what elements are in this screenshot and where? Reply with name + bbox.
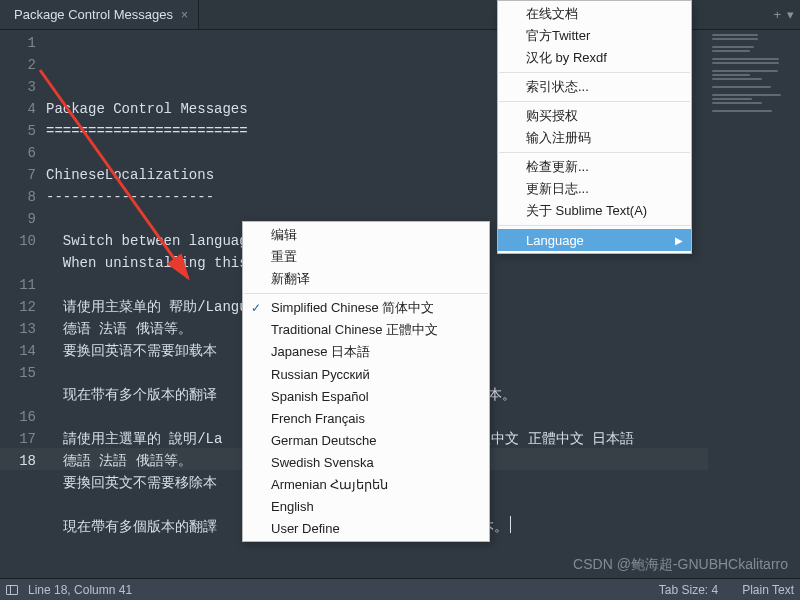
gutter-line-number: 8 <box>0 186 36 208</box>
status-position: Line 18, Column 41 <box>28 583 132 597</box>
menu-item-language-option[interactable]: Japanese 日本語 <box>243 341 489 363</box>
gutter-line-number: 5 <box>0 120 36 142</box>
menu-item-language-option[interactable]: Swedish Svenska <box>243 451 489 473</box>
menu-item-label: Traditional Chinese 正體中文 <box>271 321 438 339</box>
minimap-line <box>712 74 750 76</box>
minimap[interactable] <box>708 30 800 578</box>
minimap-line <box>712 34 758 36</box>
menu-separator <box>499 225 690 226</box>
menu-item-label: 汉化 by Rexdf <box>526 49 607 67</box>
gutter-line-number: 7 <box>0 164 36 186</box>
minimap-line <box>712 70 778 72</box>
menu-item-language-option[interactable]: Traditional Chinese 正體中文 <box>243 319 489 341</box>
menu-item-label: Japanese 日本語 <box>271 343 370 361</box>
menu-item-language[interactable]: Language ▶ <box>498 229 691 251</box>
menu-item[interactable]: 新翻译 <box>243 268 489 290</box>
menu-item-language-option[interactable]: ✓Simplified Chinese 简体中文 <box>243 297 489 319</box>
gutter-line-number: 6 <box>0 142 36 164</box>
menu-item[interactable]: 索引状态... <box>498 76 691 98</box>
minimap-line <box>712 86 771 88</box>
gutter-line-number: 12 <box>0 296 36 318</box>
menu-item-language-option[interactable]: Spanish Español <box>243 385 489 407</box>
menu-item-label: Language <box>526 233 584 248</box>
minimap-line <box>712 98 752 100</box>
help-menu: 在线文档官方Twitter汉化 by Rexdf 索引状态... 购买授权输入注… <box>497 0 692 254</box>
menu-item-label: French Français <box>271 411 365 426</box>
menu-item-label: Russian Русский <box>271 367 370 382</box>
menu-item-language-option[interactable]: German Deutsche <box>243 429 489 451</box>
menu-item-label: 更新日志... <box>526 180 589 198</box>
tab-package-control-messages[interactable]: Package Control Messages × <box>0 0 199 29</box>
minimap-line <box>712 58 779 60</box>
menu-separator <box>499 152 690 153</box>
menu-item-label: Simplified Chinese 简体中文 <box>271 299 434 317</box>
menu-item[interactable]: 更新日志... <box>498 178 691 200</box>
gutter-line-number: 9 <box>0 208 36 230</box>
minimap-line <box>712 110 772 112</box>
menu-item-label: 输入注册码 <box>526 129 591 147</box>
gutter-line-number: 10 <box>0 230 36 274</box>
menu-item[interactable]: 检查更新... <box>498 156 691 178</box>
menu-separator <box>244 293 488 294</box>
menu-item-label: German Deutsche <box>271 433 377 448</box>
tab-dropdown-icon[interactable]: ▾ <box>787 7 794 22</box>
gutter-line-number: 4 <box>0 98 36 120</box>
gutter-line-number: 2 <box>0 54 36 76</box>
minimap-line <box>712 94 781 96</box>
menu-item-label: Spanish Español <box>271 389 369 404</box>
minimap-line <box>712 78 762 80</box>
gutter-line-number: 14 <box>0 340 36 362</box>
menu-item-language-option[interactable]: Russian Русский <box>243 363 489 385</box>
menu-item-label: 官方Twitter <box>526 27 590 45</box>
gutter-line-number: 3 <box>0 76 36 98</box>
menu-item-language-option[interactable]: Armenian Հայերեն <box>243 473 489 495</box>
status-syntax[interactable]: Plain Text <box>742 583 794 597</box>
gutter-line-number: 1 <box>0 32 36 54</box>
menu-item-language-option[interactable]: French Français <box>243 407 489 429</box>
menu-item[interactable]: 编辑 <box>243 224 489 246</box>
gutter-line-number: 15 <box>0 362 36 406</box>
minimap-line <box>712 50 750 52</box>
menu-item[interactable]: 输入注册码 <box>498 127 691 149</box>
menu-item-label: English <box>271 499 314 514</box>
minimap-line <box>712 62 779 64</box>
menu-item-label: User Define <box>271 521 340 536</box>
minimap-line <box>712 102 762 104</box>
chevron-right-icon: ▶ <box>675 235 683 246</box>
menu-item-label: 新翻译 <box>271 270 310 288</box>
menu-item-label: 重置 <box>271 248 297 266</box>
watermark: CSDN @鲍海超-GNUBHCkalitarro <box>573 556 788 574</box>
gutter-line-number: 13 <box>0 318 36 340</box>
text-cursor <box>510 516 511 533</box>
menu-item[interactable]: 官方Twitter <box>498 25 691 47</box>
menu-item-label: Swedish Svenska <box>271 455 374 470</box>
gutter-line-number: 16 <box>0 406 36 428</box>
menu-item[interactable]: 购买授权 <box>498 105 691 127</box>
language-submenu: 编辑重置新翻译 ✓Simplified Chinese 简体中文Traditio… <box>242 221 490 542</box>
menu-item-language-option[interactable]: English <box>243 495 489 517</box>
tab-bar-actions: + ▾ <box>773 0 794 29</box>
check-icon: ✓ <box>251 301 261 315</box>
menu-separator <box>499 101 690 102</box>
gutter: 123456789101112131415161718 <box>0 30 46 578</box>
menu-item-label: 编辑 <box>271 226 297 244</box>
close-icon[interactable]: × <box>181 8 188 22</box>
menu-item-language-option[interactable]: User Define <box>243 517 489 539</box>
gutter-line-number: 17 <box>0 428 36 450</box>
menu-item[interactable]: 汉化 by Rexdf <box>498 47 691 69</box>
panel-toggle-icon[interactable] <box>6 585 18 595</box>
menu-item-label: 检查更新... <box>526 158 589 176</box>
minimap-line <box>712 46 754 48</box>
minimap-line <box>712 38 758 40</box>
menu-item-label: 索引状态... <box>526 78 589 96</box>
new-tab-icon[interactable]: + <box>773 7 781 22</box>
menu-item-label: 关于 Sublime Text(A) <box>526 202 647 220</box>
menu-item[interactable]: 在线文档 <box>498 3 691 25</box>
menu-item[interactable]: 关于 Sublime Text(A) <box>498 200 691 222</box>
gutter-line-number: 11 <box>0 274 36 296</box>
menu-item-label: 购买授权 <box>526 107 578 125</box>
menu-item[interactable]: 重置 <box>243 246 489 268</box>
tab-title: Package Control Messages <box>14 7 173 22</box>
status-bar: Line 18, Column 41 Tab Size: 4 Plain Tex… <box>0 578 800 600</box>
status-tab-size[interactable]: Tab Size: 4 <box>659 583 718 597</box>
